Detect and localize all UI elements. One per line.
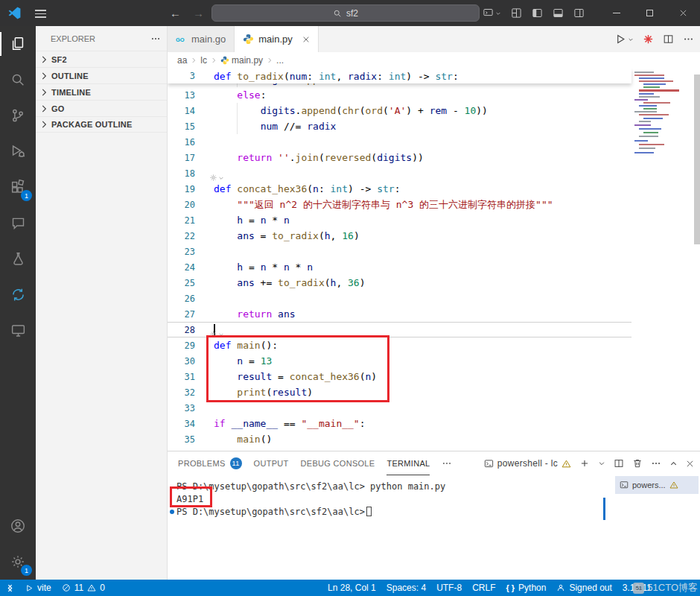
code-line-19[interactable]: 19def concat_hex36(n: int) -> str: — [168, 181, 631, 197]
split-editor-icon[interactable] — [663, 34, 674, 45]
sidebar-item-testing[interactable] — [0, 241, 36, 276]
maximize-button[interactable] — [633, 0, 666, 26]
maximize-panel-chevron-up-icon[interactable] — [669, 460, 678, 468]
line-number[interactable]: 32 — [168, 387, 195, 398]
sidebar-item-sync-extension[interactable] — [0, 276, 36, 312]
code-line-16[interactable]: 16 — [168, 134, 631, 150]
line-number[interactable]: 13 — [168, 90, 195, 101]
code-line-20[interactable]: 20 """返回 n^2 的十六进制字符串与 n^3 的三十六进制字符串的拼接"… — [168, 197, 631, 212]
sidebar-item-chat[interactable] — [0, 205, 36, 241]
line-number[interactable]: 20 — [168, 200, 195, 210]
breadcrumb-item[interactable]: aa — [177, 55, 187, 66]
code-line-33[interactable]: 33 — [168, 400, 631, 416]
code-action-gear-icon[interactable] — [209, 174, 224, 182]
editor-scrollbar[interactable] — [694, 69, 700, 451]
minimize-button[interactable] — [599, 0, 633, 26]
sidebar-item-source-control[interactable] — [0, 98, 36, 133]
sidebar-item-extensions[interactable]: 1 — [0, 169, 36, 205]
panel-more-tabs-icon[interactable] — [442, 458, 452, 469]
problems-status[interactable]: 11 0 — [57, 580, 110, 596]
line-number[interactable]: 15 — [168, 121, 195, 132]
code-line-35[interactable]: 35 main() — [168, 431, 631, 447]
scrollbar-thumb[interactable] — [694, 74, 700, 244]
code-line-23[interactable]: 23 — [168, 244, 631, 259]
panel-more-actions-icon[interactable] — [651, 458, 661, 469]
line-number[interactable]: 22 — [168, 231, 195, 241]
code-line-26[interactable]: 26 — [168, 291, 631, 306]
sidebar-item-explorer[interactable] — [0, 26, 36, 62]
close-panel-icon[interactable] — [686, 460, 694, 468]
code-line-18[interactable]: 18 — [168, 165, 631, 181]
code-line-22[interactable]: 22 ans = to_radix(h, 16) — [168, 228, 631, 244]
code-line-21[interactable]: 21 h = n * n — [168, 212, 631, 228]
line-number[interactable]: 19 — [168, 184, 195, 194]
starburst-extension-icon[interactable] — [643, 34, 654, 45]
cursor-position-status[interactable]: Ln 28, Col 1 — [322, 580, 381, 596]
line-number[interactable]: 28 — [168, 325, 195, 335]
command-center-search[interactable]: sf2 — [211, 4, 480, 22]
terminal-tab-item[interactable]: powers... — [615, 476, 699, 494]
sidebar-item-run-debug[interactable] — [0, 133, 36, 169]
sidebar-section-package-outline[interactable]: PACKAGE OUTLINE — [36, 116, 167, 133]
account-status[interactable]: Signed out — [551, 580, 617, 596]
code-line-13[interactable]: 13 else: — [168, 87, 631, 103]
terminal-shell-selector[interactable]: powershell - lc — [484, 458, 571, 469]
new-terminal-icon[interactable] — [579, 458, 590, 469]
tab-debug-console[interactable]: DEBUG CONSOLE — [301, 452, 375, 475]
sidebar-section-outline[interactable]: OUTLINE — [36, 67, 167, 83]
tab-problems[interactable]: PROBLEMS 11 — [178, 452, 242, 475]
line-number[interactable]: 16 — [168, 137, 195, 148]
code-line-27[interactable]: 27 return ans — [168, 306, 631, 322]
back-arrow-icon[interactable]: ← — [170, 7, 181, 19]
indentation-status[interactable]: Spaces: 4 — [381, 580, 431, 596]
line-number[interactable]: 35 — [168, 434, 195, 445]
task-vite-button[interactable]: vite — [20, 580, 57, 596]
line-number[interactable]: 29 — [168, 340, 195, 351]
line-number[interactable]: 18 — [168, 168, 195, 179]
line-number[interactable]: 26 — [168, 294, 195, 304]
remote-indicator[interactable] — [0, 580, 20, 596]
breadcrumb-item[interactable]: ... — [276, 55, 284, 66]
close-tab-icon[interactable] — [302, 36, 310, 43]
eol-status[interactable]: CRLF — [467, 580, 500, 596]
code-line-25[interactable]: 25 ans += to_radix(h, 36) — [168, 275, 631, 291]
command-decoration-dot[interactable] — [170, 510, 174, 514]
tab-output[interactable]: OUTPUT — [254, 452, 289, 475]
kill-terminal-trash-icon[interactable] — [632, 458, 643, 469]
toggle-secondary-sidebar-icon[interactable] — [573, 7, 585, 19]
line-number[interactable]: 33 — [168, 403, 195, 413]
editor-more-actions-icon[interactable] — [683, 34, 694, 45]
sidebar-section-timeline[interactable]: TIMELINE — [36, 83, 167, 100]
run-python-file-button[interactable] — [615, 34, 634, 45]
code-line-24[interactable]: 24 h = n * n * n — [168, 259, 631, 275]
settings-button[interactable]: 1 — [0, 544, 36, 580]
encoding-status[interactable]: UTF-8 — [431, 580, 467, 596]
line-number[interactable]: 25 — [168, 278, 195, 288]
code-line-34[interactable]: 34if __name__ == "__main__": — [168, 416, 631, 431]
menu-icon[interactable] — [35, 10, 46, 18]
toggle-panel-icon[interactable] — [553, 7, 564, 19]
line-number[interactable]: 34 — [168, 419, 195, 429]
line-number[interactable]: 27 — [168, 309, 195, 320]
sticky-scroll-line[interactable]: 3 def to_radix(num: int, radix: int) -> … — [168, 69, 631, 83]
line-number[interactable]: 24 — [168, 262, 195, 273]
breadcrumb-item-file[interactable]: main.py — [220, 55, 263, 66]
launch-profile-icon[interactable] — [483, 7, 501, 19]
breadcrumb-item[interactable]: lc — [200, 55, 207, 66]
forward-arrow-icon[interactable]: → — [193, 7, 204, 19]
chevron-down-icon[interactable] — [598, 460, 605, 467]
toggle-sidebar-icon[interactable] — [532, 7, 543, 19]
code-line-17[interactable]: 17 return ''.join(reversed(digits)) — [168, 150, 631, 165]
minimap[interactable] — [631, 69, 694, 451]
tab-main-go[interactable]: GO main.go — [168, 26, 235, 52]
line-number[interactable]: 23 — [168, 247, 195, 257]
sidebar-item-search[interactable] — [0, 62, 36, 98]
account-button[interactable] — [0, 508, 36, 544]
line-number[interactable]: 21 — [168, 215, 195, 226]
tab-terminal[interactable]: TERMINAL — [386, 452, 430, 475]
explorer-more-actions-icon[interactable] — [150, 34, 161, 44]
sidebar-item-remote-explorer[interactable] — [0, 312, 36, 348]
code-line-14[interactable]: 14 digits.append(chr(ord('A') + rem - 10… — [168, 103, 631, 118]
sidebar-section-sf2[interactable]: SF2 — [36, 51, 167, 67]
line-number[interactable]: 17 — [168, 153, 195, 163]
